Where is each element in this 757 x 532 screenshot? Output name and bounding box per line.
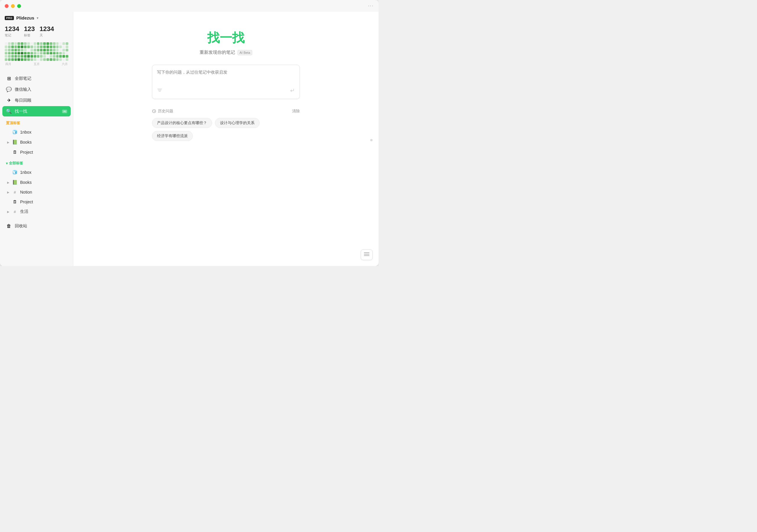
stat-days: 1234 天: [40, 25, 54, 38]
pro-badge: PRO: [5, 16, 14, 20]
books-pinned-label: Books: [20, 140, 65, 144]
history-tag-0[interactable]: 产品设计的核心要点有哪些？: [152, 118, 212, 128]
stat-tags-label: 标签: [24, 33, 35, 38]
heatmap-cell: [53, 49, 56, 51]
heatmap-cell: [46, 49, 49, 51]
tag-item-books-pinned[interactable]: ▶ 📗 Books ···: [2, 137, 71, 147]
stat-tags: 123 标签: [24, 25, 35, 38]
heatmap-cell: [56, 52, 59, 55]
heatmap-cell: [30, 55, 33, 58]
stat-notes-label: 笔记: [5, 33, 19, 38]
tag-item-inbox-pinned[interactable]: 🧊 1nbox ···: [2, 127, 71, 137]
heatmap-months: 四月 五月 六月: [5, 62, 68, 66]
close-button[interactable]: [5, 4, 9, 8]
minimize-button[interactable]: [11, 4, 15, 8]
menu-dots-icon[interactable]: ···: [368, 3, 374, 9]
stat-days-value: 1234: [40, 25, 54, 33]
heatmap-cell: [37, 42, 40, 45]
project-pinned-label: Project: [20, 150, 65, 155]
sidebar-item-daily-review[interactable]: ✈ 每日回顾: [2, 95, 71, 105]
search-input[interactable]: [157, 70, 295, 84]
titlebar: ···: [0, 0, 378, 12]
heatmap-cell: [62, 49, 65, 51]
heatmap-cell: [46, 52, 49, 55]
heatmap-cell: [34, 49, 36, 51]
search-nav-icon: 🔍: [6, 108, 12, 114]
heatmap-cell: [37, 49, 40, 51]
books-pinned-chevron-icon: ▶: [7, 141, 10, 144]
sidebar-item-all-notes[interactable]: ⊞ 全部笔记: [2, 73, 71, 84]
heatmap-cell: [43, 52, 46, 55]
sidebar-item-wechat[interactable]: 💬 微信输入: [2, 84, 71, 95]
heatmap-cell: [27, 49, 30, 51]
ai-badge: AI: [62, 110, 67, 113]
heatmap-cell: [34, 42, 36, 45]
trash-label: 回收站: [15, 223, 67, 229]
heatmap-cell: [50, 42, 52, 45]
filter-icon[interactable]: [157, 87, 162, 94]
heatmap-cell: [17, 49, 20, 51]
trash-section: 🗑 回收站: [0, 219, 73, 231]
tag-item-life-all[interactable]: ▶ # 生活 ···: [2, 207, 71, 216]
heatmap-cell: [5, 55, 7, 58]
heatmap-cell: [24, 58, 27, 61]
heatmap-cell: [43, 58, 46, 61]
clear-history-button[interactable]: 清除: [292, 108, 300, 114]
profile-section: PRO Plidezus ▾ 1234 笔记 123 标签 1234: [0, 15, 73, 73]
scroll-indicator: [370, 139, 373, 141]
history-tag-2[interactable]: 经济学有哪些流派: [152, 131, 193, 141]
heatmap-cell: [24, 45, 27, 48]
heatmap-cell: [5, 58, 7, 61]
maximize-button[interactable]: [17, 4, 21, 8]
heatmap-cell: [53, 58, 56, 61]
heatmap-cell: [30, 52, 33, 55]
main-content: PRO Plidezus ▾ 1234 笔记 123 标签 1234: [0, 12, 378, 266]
heatmap-cell: [11, 52, 14, 55]
sidebar-item-label-wechat: 微信输入: [15, 87, 67, 92]
heatmap-cell: [15, 45, 17, 48]
heatmap-cell: [56, 55, 59, 58]
content-area: 找一找 重新发现你的笔记 AI Beta: [73, 12, 378, 266]
history-header: 历史问题 清除: [152, 108, 300, 114]
search-footer: [157, 87, 295, 94]
pinned-tags-list: 🧊 1nbox ··· ▶ 📗 Books ··· 🗓 Project ···: [0, 127, 73, 157]
heatmap-cell: [59, 42, 62, 45]
profile-chevron-icon: ▾: [37, 16, 39, 20]
heatmap-month-may: 五月: [34, 62, 40, 66]
trash-item[interactable]: 🗑 回收站: [2, 221, 71, 231]
heatmap-cell: [11, 58, 14, 61]
heatmap-cell: [59, 52, 62, 55]
heatmap-cell: [27, 55, 30, 58]
heatmap-cell: [43, 55, 46, 58]
heatmap-cell: [59, 55, 62, 58]
project-all-emoji: 🗓: [12, 199, 18, 204]
heatmap-cell: [53, 42, 56, 45]
tag-item-inbox-all[interactable]: 🧊 1nbox ···: [2, 167, 71, 177]
tag-item-project-all[interactable]: 🗓 Project ···: [2, 197, 71, 206]
heatmap-cell: [66, 42, 68, 45]
tag-item-notion-all[interactable]: ▶ # Notion ···: [2, 188, 71, 196]
heatmap-cell: [24, 52, 27, 55]
heatmap-cell: [24, 42, 27, 45]
profile-header[interactable]: PRO Plidezus ▾: [5, 15, 68, 20]
tag-item-project-pinned[interactable]: 🗓 Project ···: [2, 147, 71, 157]
bottom-menu-button[interactable]: [361, 250, 373, 260]
sidebar-item-search[interactable]: 🔍 找一找 AI: [2, 106, 71, 116]
tag-item-books-all[interactable]: ▶ 📗 Books ···: [2, 178, 71, 187]
sidebar-item-label-search: 找一找: [15, 109, 59, 114]
heatmap-cell: [43, 49, 46, 51]
heatmap-cell: [66, 58, 68, 61]
heatmap-cell: [66, 49, 68, 51]
history-tag-1[interactable]: 设计与心理学的关系: [215, 118, 259, 128]
enter-icon[interactable]: [289, 87, 295, 94]
heatmap-cell: [66, 55, 68, 58]
heatmap-cell: [40, 52, 43, 55]
heatmap-cell: [21, 55, 23, 58]
ai-beta-badge: AI Beta: [237, 50, 252, 55]
inbox-all-emoji: 🧊: [12, 170, 18, 175]
heatmap-cell: [34, 52, 36, 55]
search-box[interactable]: [152, 65, 300, 99]
heatmap-cell: [30, 45, 33, 48]
heatmap-cell: [15, 52, 17, 55]
heatmap-cell: [46, 58, 49, 61]
